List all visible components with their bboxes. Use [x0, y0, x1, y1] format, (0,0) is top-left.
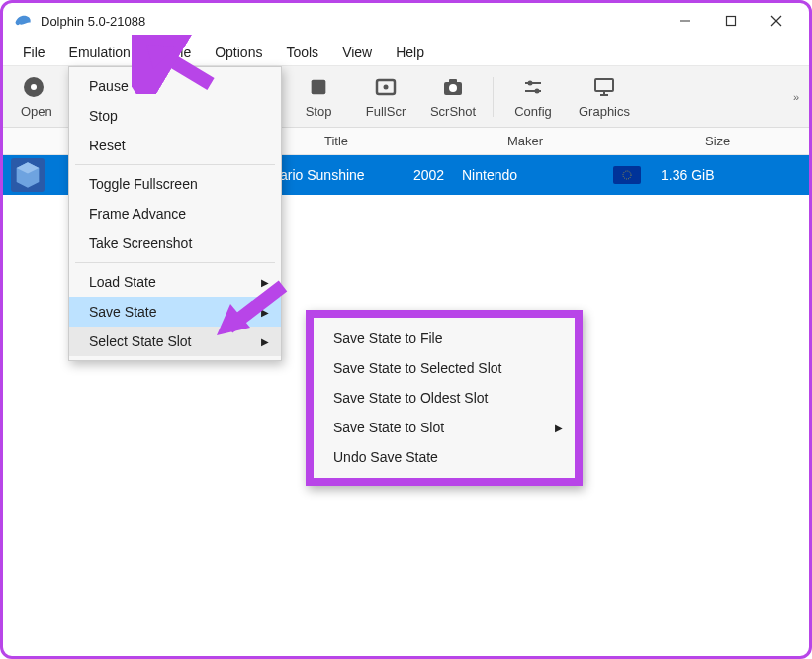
svg-point-19: [623, 171, 631, 179]
menuitem-reset[interactable]: Reset: [69, 131, 281, 160]
toolbar-stop-button[interactable]: Stop: [285, 74, 352, 119]
toolbar-screenshot-label: ScrShot: [430, 104, 476, 119]
maximize-button[interactable]: [708, 6, 754, 36]
sliders-icon: [520, 74, 546, 100]
svg-point-11: [449, 84, 457, 92]
minimize-button[interactable]: [663, 6, 708, 36]
submenu-arrow-icon: ▶: [555, 423, 563, 433]
column-maker[interactable]: Maker: [507, 134, 543, 148]
column-title[interactable]: Title: [316, 134, 348, 148]
svg-rect-6: [312, 80, 326, 95]
game-title: ario Sunshine: [280, 167, 365, 183]
toolbar-overflow-icon[interactable]: »: [793, 91, 799, 103]
toolbar-fullscreen-button[interactable]: FullScr: [352, 74, 419, 119]
stop-icon: [306, 74, 331, 100]
menuitem-save-state-to-slot-label: Save State to Slot: [333, 420, 444, 435]
game-maker: Nintendo: [462, 167, 517, 183]
svg-rect-10: [449, 79, 457, 83]
menu-tools[interactable]: Tools: [274, 41, 330, 64]
toolbar-stop-label: Stop: [306, 104, 332, 119]
window-title: Dolphin 5.0-21088: [41, 14, 663, 29]
menuitem-toggle-fullscreen[interactable]: Toggle Fullscreen: [69, 169, 281, 199]
window-controls: [663, 6, 799, 36]
menuitem-load-state[interactable]: Load State ▶: [69, 267, 281, 297]
menuitem-select-state-slot-label: Select State Slot: [89, 333, 192, 349]
toolbar-open-label: Open: [21, 104, 52, 119]
menubar: File Emulation Movie Options Tools View …: [3, 39, 809, 66]
svg-rect-1: [727, 17, 736, 26]
menuitem-save-state-to-oldest-slot[interactable]: Save State to Oldest Slot: [314, 383, 575, 413]
menuitem-save-state-to-file[interactable]: Save State to File: [314, 324, 575, 353]
menuitem-undo-save-state[interactable]: Undo Save State: [314, 442, 575, 472]
save-state-submenu: Save State to File Save State to Selecte…: [306, 310, 583, 486]
submenu-arrow-icon: ▶: [261, 277, 269, 288]
emulation-dropdown: Pause Stop Reset Toggle Fullscreen Frame…: [68, 66, 282, 361]
menuitem-take-screenshot[interactable]: Take Screenshot: [69, 229, 281, 258]
svg-rect-16: [595, 79, 613, 91]
game-size: 1.36 GiB: [661, 167, 714, 183]
toolbar-open-button[interactable]: Open: [13, 74, 60, 119]
titlebar: Dolphin 5.0-21088: [3, 3, 809, 39]
menu-movie[interactable]: Movie: [142, 41, 203, 64]
gamecube-icon: [11, 158, 45, 192]
menu-options[interactable]: Options: [203, 41, 274, 64]
monitor-icon: [591, 74, 617, 100]
menuitem-save-state[interactable]: Save State ▶: [69, 297, 281, 327]
menuitem-pause[interactable]: Pause: [69, 71, 281, 101]
dolphin-logo-icon: [13, 11, 33, 31]
submenu-arrow-icon: ▶: [261, 336, 269, 347]
menu-emulation[interactable]: Emulation: [57, 41, 142, 64]
menuitem-frame-advance[interactable]: Frame Advance: [69, 199, 281, 229]
submenu-arrow-icon: ▶: [261, 307, 269, 318]
close-button[interactable]: [754, 6, 799, 36]
menu-separator: [75, 262, 275, 263]
menuitem-save-state-label: Save State: [89, 304, 157, 320]
svg-point-5: [31, 84, 37, 90]
toolbar-config-label: Config: [514, 104, 552, 119]
menuitem-save-state-to-slot[interactable]: Save State to Slot ▶: [314, 413, 575, 442]
toolbar-screenshot-button[interactable]: ScrShot: [419, 74, 487, 119]
column-size[interactable]: Size: [705, 134, 730, 148]
toolbar-config-button[interactable]: Config: [499, 74, 567, 119]
menu-help[interactable]: Help: [384, 41, 436, 64]
menu-file[interactable]: File: [11, 41, 57, 64]
menu-view[interactable]: View: [330, 41, 384, 64]
game-year: 2002: [413, 167, 444, 183]
svg-point-15: [535, 89, 540, 94]
svg-point-8: [384, 85, 389, 90]
menuitem-stop[interactable]: Stop: [69, 101, 281, 131]
toolbar-graphics-button[interactable]: Graphics: [567, 74, 642, 119]
menuitem-load-state-label: Load State: [89, 274, 156, 290]
disc-icon: [21, 74, 46, 100]
fullscreen-icon: [373, 74, 399, 100]
svg-point-13: [528, 81, 533, 86]
menuitem-select-state-slot[interactable]: Select State Slot ▶: [69, 327, 281, 356]
camera-icon: [440, 74, 466, 100]
app-window: Dolphin 5.0-21088 File Emulation Movie O…: [0, 0, 812, 659]
menuitem-save-state-to-selected-slot[interactable]: Save State to Selected Slot: [314, 353, 575, 383]
eu-flag-icon: [613, 166, 641, 184]
toolbar-graphics-label: Graphics: [579, 104, 630, 119]
toolbar-fullscreen-label: FullScr: [366, 104, 406, 119]
menu-separator: [75, 164, 275, 165]
